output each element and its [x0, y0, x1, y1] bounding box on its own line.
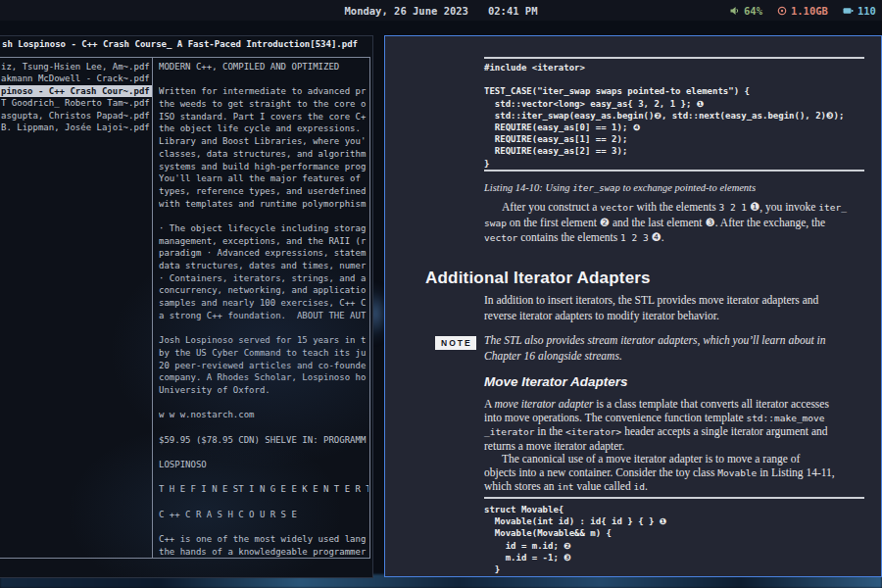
- preview-text-line: with templates and runtime polymorphism: [159, 198, 368, 211]
- text-segment: header accepts a single iterator argumen…: [621, 425, 827, 437]
- file-list-item[interactable]: T Goodrich_ Roberto Tam~.pdf: [0, 97, 152, 109]
- pane-border-right: [369, 57, 370, 559]
- note-paragraph: The STL also provides stream iterator ad…: [484, 333, 876, 364]
- text-segment: Movable: [717, 467, 757, 478]
- file-manager-statusbar: 6.45M 2023-02-25 17:45 131M sum 3/6 All: [2, 568, 368, 578]
- text-segment: on the first element ❷ and the last elem…: [507, 217, 825, 228]
- volume-value: 64%: [744, 5, 762, 17]
- body-text-line: into move operations. The convenience fu…: [484, 411, 876, 424]
- text-segment: <iterator>: [565, 426, 621, 437]
- code-line: id = m.id; ❷: [484, 540, 871, 552]
- memory-value: 1.10GB: [791, 5, 828, 17]
- preview-text-line: the object life cycle and expressions.: [159, 122, 368, 135]
- file-list-item[interactable]: akmann McDowell - Crack~.pdf: [0, 73, 152, 84]
- preview-text-line: systems and build high-performance prog: [159, 161, 368, 173]
- listing-rule-top-2: [484, 497, 864, 499]
- code-line: [484, 74, 871, 85]
- text-segment: which stores an: [484, 480, 557, 492]
- preview-text-line: [159, 446, 368, 459]
- file-list-item[interactable]: B. Lippman, Josée Lajoi~.pdf: [0, 122, 152, 133]
- code-line: REQUIRE(easy_as[2] == 3);: [484, 145, 871, 157]
- preview-text-line: Library and Boost Libraries, where you': [159, 135, 368, 148]
- top-status-bar: Monday, 26 June 2023 02:41 PM 64% 1.10GB…: [0, 0, 882, 21]
- battery-icon: [843, 6, 854, 16]
- file-list-item[interactable]: iz, Tsung-Hsien Lee, Am~.pdf: [0, 61, 152, 73]
- note-text-line: The STL also provides stream iterator ad…: [484, 333, 876, 349]
- code-line: TEST_CASE("iter_swap swaps pointed-to el…: [484, 85, 871, 97]
- code-line: #include <iterator>: [484, 62, 871, 74]
- text-segment: swap: [484, 218, 507, 228]
- code-listing-14-10: #include <iterator> TEST_CASE("iter_swap…: [484, 62, 871, 170]
- text-segment: objects into a new container. Consider t…: [484, 466, 717, 478]
- text-segment: in the: [534, 425, 565, 437]
- text-segment: vector: [600, 202, 633, 213]
- code-listing-14-11: struct Movable{ Movable(int id) : id{ id…: [484, 504, 871, 575]
- preview-text-line: · The object lifecycle including storag: [159, 222, 368, 235]
- speaker-icon: [730, 6, 740, 16]
- memory-indicator[interactable]: 1.10GB: [777, 5, 828, 17]
- text-segment: 1 2 3: [620, 232, 649, 243]
- file-list-item[interactable]: pinoso - C++ Crash Cour~.pdf: [0, 85, 152, 97]
- code-line: Movable(Movable&& m) {: [484, 527, 871, 539]
- preview-text-line: a strong C++ foundation. ABOUT THE AUT: [159, 310, 368, 322]
- preview-text-line: [159, 397, 368, 410]
- note-badge: NOTE: [435, 336, 476, 350]
- body-text-line: The canonical use of a move iterator ada…: [484, 452, 876, 466]
- code-line: REQUIRE(easy_as[1] == 2);: [484, 133, 871, 145]
- preview-text-line: MODERN C++, COMPILED AND OPTIMIZED: [159, 61, 368, 74]
- text-segment: vector: [484, 232, 517, 243]
- file-list[interactable]: iz, Tsung-Hsien Lee, Am~.pdfakmann McDow…: [0, 61, 152, 133]
- preview-text-line: [159, 210, 368, 222]
- preview-text-line: classes, data structures, and algorithm: [159, 148, 368, 161]
- preview-text-line: $59.95 ($78.95 CDN) SHELVE IN: PROGRAMM: [159, 434, 368, 447]
- code-line: m.id = -1; ❸: [484, 552, 871, 564]
- battery-value: 110: [858, 5, 876, 17]
- body-text-line: vector contains the elements 1 2 3 ❹.: [484, 230, 876, 246]
- volume-indicator[interactable]: 64%: [730, 5, 762, 17]
- file-manager-window: sh Lospinoso - C++ Crash Course_ A Fast-…: [0, 35, 373, 578]
- move-adapter-paragraph: A move iterator adapter is a class templ…: [484, 397, 876, 453]
- gauge-icon: [777, 6, 787, 16]
- preview-text-line: w w w.nostarch.com: [159, 409, 368, 421]
- preview-text-line: [159, 496, 368, 509]
- preview-text-line: data structures, dates and times, numer: [159, 260, 368, 272]
- file-list-item[interactable]: asgupta, Christos Papad~.pdf: [0, 110, 152, 122]
- text-segment: A: [484, 398, 495, 410]
- date-label: Monday, 26 June 2023: [344, 5, 467, 17]
- preview-text-line: T H E F I N E ST I N G E E K E N T E R T: [159, 483, 368, 496]
- preview-text-line: paradigm · Advanced expressions, statem: [159, 247, 368, 260]
- status-indicators: 64% 1.10GB 110: [730, 0, 876, 21]
- preview-text-line: [159, 471, 368, 484]
- text-segment: _iterator: [484, 426, 534, 437]
- preview-text-line: · Containers, iterators, strings, and a: [159, 272, 368, 285]
- body-text-line: A move iterator adapter is a class templ…: [484, 397, 876, 411]
- preview-text-line: by the US Cyber Command to teach its ju: [159, 347, 368, 360]
- preview-text-line: types, reference types, and userdefined: [159, 185, 368, 198]
- text-segment: std::make_move: [746, 413, 824, 423]
- text-segment: ❶, you invoke: [747, 201, 818, 213]
- file-preview-pane[interactable]: MODERN C++, COMPILED AND OPTIMIZED Writt…: [159, 61, 368, 559]
- preview-text-line: company. A Rhodes Scholar, Lospinoso ho: [159, 371, 368, 384]
- code-line: Movable(int id) : id{ id } { } ❶: [484, 515, 871, 527]
- code-line: }: [484, 564, 871, 575]
- canonical-use-paragraph: The canonical use of a move iterator ada…: [484, 452, 876, 494]
- body-text-line: swap on the first element ❷ and the last…: [484, 216, 876, 231]
- text-segment: in Listing 14-11,: [757, 466, 834, 478]
- text-segment: Listing 14-10: Using: [484, 182, 572, 193]
- preview-text-line: University of Oxford.: [159, 384, 368, 397]
- body-text-line: objects into a new container. Consider t…: [484, 466, 876, 479]
- listing-rule-bottom: [484, 170, 864, 172]
- pdf-viewer-window[interactable]: #include <iterator> TEST_CASE("iter_swap…: [384, 35, 882, 577]
- text-segment: with the elements: [634, 201, 719, 213]
- pane-border-top: [0, 57, 369, 58]
- text-segment: .: [645, 480, 648, 492]
- text-segment: value called: [574, 480, 634, 492]
- paragraph-after-listing: After you construct a vector with the el…: [484, 200, 876, 246]
- code-line: struct Movable{: [484, 504, 871, 515]
- body-text-line: After you construct a vector with the el…: [484, 200, 876, 216]
- text-segment: 3 2 1: [718, 202, 747, 213]
- body-text-line: returns a move iterator adapter.: [484, 439, 876, 453]
- preview-text-line: LOSPINOSO: [159, 459, 368, 471]
- code-line: std::iter_swap(easy_as.begin()❷, std::ne…: [484, 110, 871, 122]
- battery-indicator[interactable]: 110: [843, 5, 876, 17]
